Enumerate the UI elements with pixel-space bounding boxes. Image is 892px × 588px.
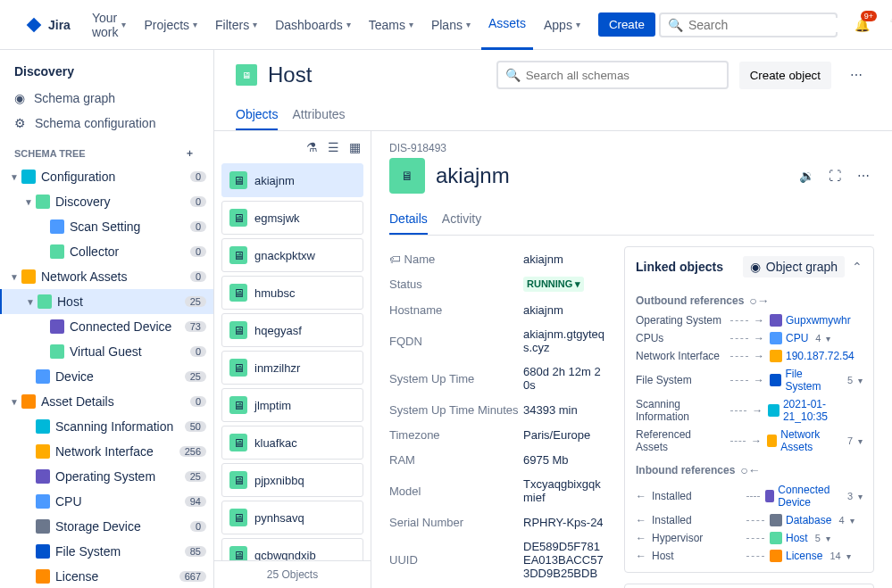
- prop-value: 34393 min: [523, 403, 606, 417]
- sidebar-title: Discovery: [0, 64, 213, 86]
- tree-item-file-system[interactable]: ▶ File System 85: [0, 539, 213, 564]
- ref-link[interactable]: 2021-01-21_10:35: [768, 398, 863, 423]
- tree-item-scanning-information[interactable]: ▶ Scanning Information 50: [0, 414, 213, 439]
- tree-item-cpu[interactable]: ▶ CPU 94: [0, 489, 213, 514]
- create-object-button[interactable]: Create object: [739, 62, 831, 89]
- ref-link[interactable]: Gupxwmywhr: [770, 314, 851, 327]
- global-search[interactable]: 🔍: [659, 12, 838, 37]
- list-item[interactable]: 🖥pjpxnibbq: [221, 463, 363, 497]
- list-item[interactable]: 🖥pynhsavq: [221, 501, 363, 534]
- count-badge: 0: [190, 221, 206, 232]
- list-item[interactable]: 🖥kluafkac: [221, 426, 363, 460]
- search-input[interactable]: [688, 18, 845, 32]
- more-actions-icon[interactable]: ⋯: [842, 61, 871, 89]
- object-type-icon: [36, 469, 50, 484]
- main-content: 🖥 Host 🔍 Create object ⋯ Objects Attribu…: [214, 50, 892, 588]
- list-item[interactable]: 🖥gnackpktxw: [221, 238, 363, 272]
- tree-item-asset-details[interactable]: ▼ Asset Details 0: [0, 389, 213, 414]
- tree-item-device[interactable]: ▶ Device 25: [0, 364, 213, 389]
- count-badge: 25: [185, 296, 206, 307]
- tree-item-virtual-guest[interactable]: ▶ Virtual Guest 0: [0, 339, 213, 364]
- tree-item-network-assets[interactable]: ▼ Network Assets 0: [0, 264, 213, 289]
- list-item[interactable]: 🖥akiajnm: [221, 163, 363, 197]
- prop-label: UUID: [389, 553, 523, 567]
- help-icon[interactable]: ❔: [884, 14, 892, 36]
- list-item[interactable]: 🖥inmzilhzr: [221, 351, 363, 385]
- tab-objects[interactable]: Objects: [236, 100, 278, 130]
- schema-search-input[interactable]: [526, 69, 720, 82]
- nav-dashboards[interactable]: Dashboards▾: [268, 14, 358, 36]
- graph-icon: ◉: [750, 260, 761, 274]
- jira-logo[interactable]: Jira: [25, 16, 71, 34]
- list-view-icon[interactable]: ☰: [324, 138, 342, 156]
- detail-tab-details[interactable]: Details: [389, 204, 428, 235]
- nav-plans[interactable]: Plans▾: [424, 14, 478, 36]
- nav-filters[interactable]: Filters▾: [208, 14, 264, 36]
- tree-item-storage-device[interactable]: ▶ Storage Device 0: [0, 514, 213, 539]
- chevron-icon: ▼: [7, 397, 21, 407]
- ref-link[interactable]: 190.187.72.54: [770, 350, 854, 362]
- graph-view-icon[interactable]: ⛶: [824, 165, 846, 186]
- feedback-icon[interactable]: 🔉: [796, 165, 817, 186]
- ref-row: ← Installed Database4▾: [636, 511, 863, 529]
- count-badge: 0: [190, 271, 206, 282]
- schema-graph-link[interactable]: ◉Schema graph: [0, 86, 213, 111]
- object-type-icon: [21, 394, 36, 409]
- chevron-icon: ▼: [23, 297, 38, 307]
- list-item[interactable]: 🖥hmubsc: [221, 276, 363, 310]
- tree-item-network-interface[interactable]: ▶ Network Interface 256: [0, 439, 213, 464]
- nav-teams[interactable]: Teams▾: [362, 14, 421, 36]
- ref-link[interactable]: Network Assets7▾: [767, 428, 863, 453]
- grid-view-icon[interactable]: ▦: [346, 138, 363, 156]
- tree-item-license[interactable]: ▶ License 667: [0, 564, 213, 588]
- ref-link[interactable]: File System5▾: [770, 368, 863, 393]
- schema-search[interactable]: 🔍: [496, 61, 729, 89]
- ref-link[interactable]: Database4▾: [770, 514, 854, 526]
- tree-item-connected-device[interactable]: ▶ Connected Device 73: [0, 314, 213, 339]
- tree-item-operating-system[interactable]: ▶ Operating System 25: [0, 464, 213, 489]
- ref-link[interactable]: CPU4▾: [770, 332, 830, 344]
- detail-more-icon[interactable]: ⋯: [853, 165, 874, 186]
- ref-link[interactable]: Host5▾: [770, 532, 830, 544]
- create-button[interactable]: Create: [598, 12, 655, 37]
- object-icon: 🖥: [229, 209, 247, 227]
- tree-item-discovery[interactable]: ▼ Discovery 0: [0, 189, 213, 214]
- ref-link[interactable]: Connected Device3▾: [765, 484, 863, 509]
- chevron-up-icon[interactable]: ⌃: [852, 260, 863, 274]
- ref-type: CPUs: [636, 332, 725, 344]
- tree-item-configuration[interactable]: ▼ Configuration 0: [0, 164, 213, 189]
- tab-attributes[interactable]: Attributes: [292, 100, 345, 130]
- tree-item-host[interactable]: ▼ Host 25: [0, 289, 213, 314]
- list-item-label: kluafkac: [254, 436, 297, 450]
- object-icon: 🖥: [229, 509, 247, 526]
- nav-assets[interactable]: Assets: [481, 0, 533, 50]
- list-item[interactable]: 🖥qcbwgndxib: [221, 538, 363, 560]
- object-icon: 🖥: [229, 284, 247, 302]
- tree-item-scan-setting[interactable]: ▶ Scan Setting 0: [0, 214, 213, 239]
- filter-icon[interactable]: ⚗: [303, 138, 321, 156]
- nav-projects[interactable]: Projects▾: [137, 14, 204, 36]
- logo-text: Jira: [48, 18, 71, 32]
- ref-arrow: [746, 520, 764, 521]
- list-item[interactable]: 🖥hqegyasf: [221, 313, 363, 347]
- detail-tab-activity[interactable]: Activity: [442, 204, 481, 235]
- ref-arrow: [746, 538, 764, 539]
- object-type-icon: [36, 569, 50, 584]
- nav-apps[interactable]: Apps▾: [537, 14, 588, 36]
- app-switcher-icon[interactable]: [11, 14, 14, 36]
- list-item[interactable]: 🖥jlmptim: [221, 388, 363, 422]
- ref-arrow: [730, 410, 746, 411]
- prop-row-hostname: Hostnameakiajnm: [389, 297, 606, 322]
- nav-your-work[interactable]: Your work▾: [85, 7, 134, 43]
- add-schema-icon[interactable]: ＋: [185, 146, 199, 161]
- notifications-icon[interactable]: 🔔9+: [852, 14, 873, 36]
- status-badge[interactable]: RUNNING ▾: [523, 277, 584, 292]
- list-item[interactable]: 🖥egmsjwk: [221, 201, 363, 235]
- tree-item-label: Asset Details: [41, 394, 190, 409]
- ref-link[interactable]: License14▾: [770, 550, 851, 562]
- schema-config-link[interactable]: ⚙Schema configuration: [0, 111, 213, 136]
- object-graph-button[interactable]: ◉Object graph: [743, 256, 845, 277]
- count-badge: 0: [190, 246, 206, 257]
- tree-item-collector[interactable]: ▶ Collector 0: [0, 239, 213, 264]
- ref-arrow: [730, 441, 746, 442]
